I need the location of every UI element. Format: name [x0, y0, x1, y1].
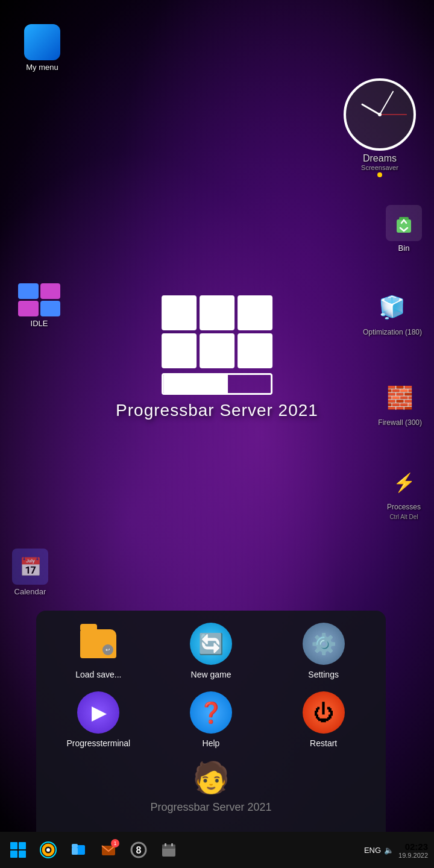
svg-rect-14 — [171, 843, 173, 846]
dreams-sublabel: Screensaver — [361, 164, 398, 171]
win-cell-bl — [10, 851, 17, 858]
svg-text:8: 8 — [136, 845, 142, 855]
my-menu-label: My menu — [26, 63, 58, 72]
firewall-label: Firewall (300) — [378, 418, 422, 427]
taskbar-time: 02:23 — [405, 841, 428, 852]
desktop-icon-optimization[interactable]: 🧊 Optimization (180) — [363, 289, 422, 336]
win-cell-br — [19, 851, 26, 858]
restart-label: Restart — [310, 738, 337, 748]
win-cell-tl — [10, 842, 17, 849]
menu-item-help[interactable]: ❓ Help — [161, 691, 262, 748]
help-icon: ❓ — [190, 691, 232, 734]
folder-badge: ↩ — [102, 644, 113, 655]
taskbar-mail-button[interactable]: 1 — [96, 838, 121, 862]
menu-grid: ↩ Load save... 🔄 New game ⚙️ Settings ▶ … — [48, 623, 374, 748]
calendar-label: Calendar — [14, 587, 46, 596]
settings-icon: ⚙️ — [303, 623, 345, 665]
folder-body: ↩ — [80, 629, 116, 658]
menu-item-new-game[interactable]: 🔄 New game — [161, 623, 262, 679]
clock-minute-hand — [379, 91, 394, 115]
dreams-label: Dreams — [363, 153, 397, 164]
app1-icon: 8 — [130, 841, 147, 858]
processes-icon-img: ⚡ — [386, 464, 422, 500]
load-save-icon: ↩ — [77, 623, 119, 665]
firewall-icon-img: 🧱 — [382, 380, 418, 416]
game-progress-bar — [162, 373, 272, 395]
processes-sublabel: Ctrl Alt Del — [389, 514, 418, 520]
desktop-icon-idle[interactable]: IDLE — [18, 283, 60, 328]
grid-cell-3 — [237, 295, 272, 330]
taskbar-sys: ENG 🔈 — [364, 846, 394, 855]
clock-center-dot — [378, 113, 382, 116]
svg-point-4 — [46, 848, 50, 852]
bin-label: Bin — [398, 244, 410, 253]
taskbar-files-button[interactable] — [66, 838, 90, 862]
windows-logo — [10, 842, 26, 858]
taskbar-app2-button[interactable] — [157, 838, 181, 862]
files-icon — [70, 841, 87, 858]
grid-cell-6 — [237, 333, 272, 368]
taskbar-media-button[interactable] — [36, 838, 60, 862]
idle-cell-4 — [40, 301, 61, 316]
new-game-label: New game — [191, 670, 231, 679]
terminal-icon: ▶ — [77, 691, 119, 734]
svg-rect-13 — [165, 843, 166, 846]
game-title: Progressbar Server 2021 — [116, 401, 318, 420]
menu-item-restart[interactable]: ⏻ Restart — [273, 691, 374, 748]
grid-cell-4 — [162, 333, 197, 368]
svg-rect-12 — [162, 844, 175, 849]
taskbar-app1-button[interactable]: 8 — [127, 838, 151, 862]
mail-badge: 1 — [111, 839, 119, 848]
user-row: 🧑 Progressbar Server 2021 — [48, 754, 374, 814]
desktop-icon-firewall[interactable]: 🧱 Firewall (300) — [378, 380, 422, 427]
menu-item-settings[interactable]: ⚙️ Settings — [273, 623, 374, 679]
desktop-icon-calendar[interactable]: 📅 Calendar — [12, 549, 48, 596]
idle-cell-2 — [40, 283, 61, 299]
win-cell-tr — [19, 842, 26, 849]
app2-icon — [160, 841, 177, 858]
dreams-cloud-dot — [377, 172, 382, 177]
menu-app-title: Progressbar Server 2021 — [150, 801, 271, 814]
game-progress-fill — [163, 375, 228, 393]
taskbar-right: ENG 🔈 02:23 19.9.2022 — [364, 841, 428, 859]
grid-cell-5 — [200, 333, 234, 368]
taskbar: 1 8 ENG 🔈 02:23 19.9.2022 — [0, 832, 434, 868]
clock-face — [344, 78, 416, 151]
idle-cell-1 — [18, 283, 39, 299]
processes-label: Processes — [387, 503, 421, 511]
settings-label: Settings — [308, 670, 339, 679]
grid-cell-1 — [162, 295, 197, 330]
help-label: Help — [203, 738, 220, 748]
calendar-icon-img: 📅 — [12, 549, 48, 585]
idle-cell-3 — [18, 301, 39, 316]
taskbar-volume-icon: 🔈 — [384, 846, 394, 855]
my-menu-icon-img — [24, 24, 60, 60]
desktop-icon-my-menu[interactable]: My menu — [24, 24, 60, 72]
user-avatar: 🧑 — [192, 760, 230, 795]
desktop-icon-processes[interactable]: ⚡ Processes Ctrl Alt Del — [386, 464, 422, 520]
taskbar-windows-button[interactable] — [6, 838, 30, 862]
bottom-menu: ↩ Load save... 🔄 New game ⚙️ Settings ▶ … — [36, 611, 386, 832]
idle-icon-img — [18, 283, 60, 316]
taskbar-lang: ENG — [364, 846, 381, 855]
disc-icon — [40, 841, 57, 858]
optimization-label: Optimization (180) — [363, 328, 422, 336]
desktop-icon-dreams[interactable]: Dreams Screensaver — [338, 78, 422, 177]
idle-label: IDLE — [31, 319, 48, 328]
bin-icon-img — [386, 205, 422, 241]
taskbar-clock: 02:23 19.9.2022 — [398, 841, 428, 859]
game-logo: Progressbar Server 2021 — [116, 295, 318, 420]
load-save-label: Load save... — [75, 670, 121, 679]
bin-svg — [392, 211, 416, 235]
optimization-icon-img: 🧊 — [374, 289, 410, 326]
new-game-icon: 🔄 — [190, 623, 232, 665]
grid-cell-2 — [200, 295, 234, 330]
folder-tab — [80, 624, 97, 630]
menu-item-progressterminal[interactable]: ▶ Progressterminal — [48, 691, 149, 748]
taskbar-left: 1 8 — [6, 838, 181, 862]
desktop-icon-bin[interactable]: Bin — [386, 205, 422, 253]
clock-hour-hand — [361, 103, 380, 115]
menu-item-load-save[interactable]: ↩ Load save... — [48, 623, 149, 679]
clock-second-hand — [380, 115, 407, 115]
svg-rect-6 — [72, 848, 78, 855]
